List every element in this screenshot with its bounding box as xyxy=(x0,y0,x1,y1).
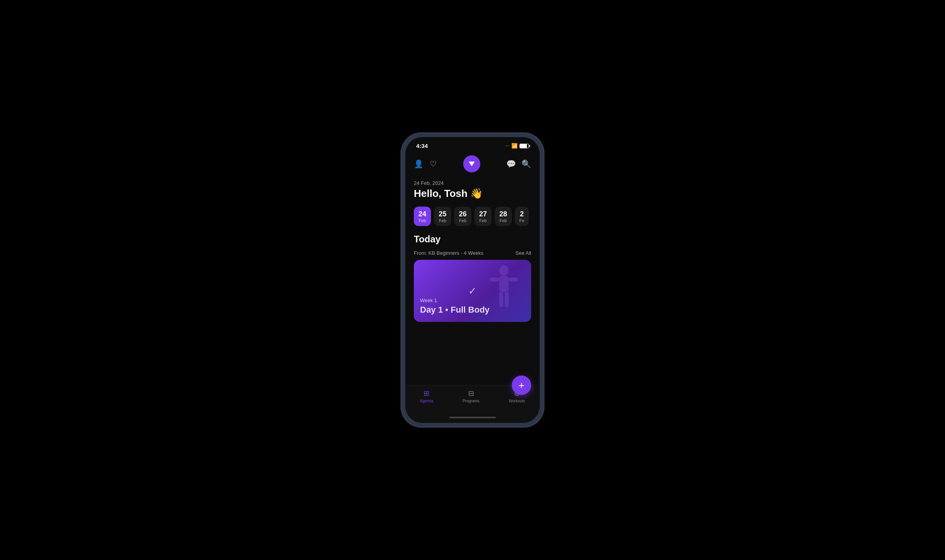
programs-icon: ⊟ xyxy=(468,389,474,398)
agenda-label: Agenda xyxy=(420,399,433,403)
agenda-icon: ⊞ xyxy=(424,389,429,398)
greeting-text: Hello, Tosh 👋 xyxy=(414,188,531,200)
svg-rect-2 xyxy=(490,278,499,282)
home-indicator xyxy=(405,413,540,423)
day-number: 27 xyxy=(479,210,487,217)
day-month: Fe xyxy=(520,218,525,223)
day-number: 2 xyxy=(520,210,524,217)
favorites-icon[interactable]: ♡ xyxy=(430,159,437,169)
day-month: Feb xyxy=(439,218,446,223)
calendar-day-28[interactable]: 28 Feb xyxy=(495,207,512,226)
today-label: Today xyxy=(414,234,531,245)
svg-rect-1 xyxy=(499,276,509,292)
day-number: 25 xyxy=(439,210,446,217)
nav-right: 💬 🔍 xyxy=(506,159,531,169)
svg-rect-3 xyxy=(509,278,518,282)
card-title: Day 1 • Full Body xyxy=(420,305,490,315)
chat-icon[interactable]: 💬 xyxy=(506,159,516,169)
main-content: 24 Feb, 2024 Hello, Tosh 👋 24 Feb 25 Feb… xyxy=(405,177,540,385)
tab-agenda[interactable]: ⊞ Agenda xyxy=(420,389,433,403)
nav-left: 👤 ♡ xyxy=(414,159,437,169)
status-icons: ··· 📶 xyxy=(506,143,529,149)
date-label: 24 Feb, 2024 xyxy=(414,180,531,186)
tab-programs[interactable]: ⊟ Programs xyxy=(463,389,479,403)
completion-checkmark: ✓ xyxy=(468,285,477,297)
profile-icon[interactable]: 👤 xyxy=(414,159,424,169)
workouts-label: Workouts xyxy=(509,399,525,403)
status-time: 4:34 xyxy=(416,143,428,149)
calendar-day-25[interactable]: 25 Feb xyxy=(434,207,451,226)
wifi-icon: 📶 xyxy=(511,143,518,149)
see-all-button[interactable]: See All xyxy=(516,250,531,256)
calendar-day-24[interactable]: 24 Feb xyxy=(414,207,431,226)
workout-card[interactable]: ✓ Week 1 Day 1 • Full Body xyxy=(414,260,531,322)
section-header: From: KB Beginners - 4 Weeks See All xyxy=(414,250,531,256)
program-source: From: KB Beginners - 4 Weeks xyxy=(414,250,483,256)
programs-label: Programs xyxy=(463,399,479,403)
add-button[interactable]: + xyxy=(512,376,531,395)
battery-icon xyxy=(520,144,529,148)
logo-badge[interactable] xyxy=(463,155,480,172)
calendar-day-29[interactable]: 2 Fe xyxy=(515,207,529,226)
header-nav: 👤 ♡ 💬 🔍 xyxy=(405,152,540,177)
card-text: Week 1 Day 1 • Full Body xyxy=(420,297,490,315)
day-number: 28 xyxy=(499,210,507,217)
day-month: Feb xyxy=(459,218,467,223)
calendar-day-26[interactable]: 26 Feb xyxy=(454,207,471,226)
day-month: Feb xyxy=(479,218,487,223)
search-icon[interactable]: 🔍 xyxy=(521,159,531,169)
home-bar xyxy=(449,417,496,418)
svg-rect-5 xyxy=(505,292,509,307)
svg-point-0 xyxy=(499,265,509,276)
phone-screen: 4:34 ··· 📶 👤 ♡ 💬 🔍 xyxy=(405,137,540,423)
day-month: Feb xyxy=(419,218,426,223)
calendar-strip: 24 Feb 25 Feb 26 Feb 27 Feb 28 Feb xyxy=(414,207,531,226)
card-figure xyxy=(485,264,523,318)
day-number: 26 xyxy=(459,210,467,217)
card-week: Week 1 xyxy=(420,297,490,303)
phone-frame: 4:34 ··· 📶 👤 ♡ 💬 🔍 xyxy=(401,132,544,428)
signal-dots-icon: ··· xyxy=(506,144,509,148)
day-month: Feb xyxy=(500,218,507,223)
calendar-day-27[interactable]: 27 Feb xyxy=(474,207,492,226)
logo-chevron-icon xyxy=(469,162,475,166)
status-bar: 4:34 ··· 📶 xyxy=(405,137,540,152)
day-number: 24 xyxy=(418,210,426,217)
svg-rect-4 xyxy=(499,292,503,307)
